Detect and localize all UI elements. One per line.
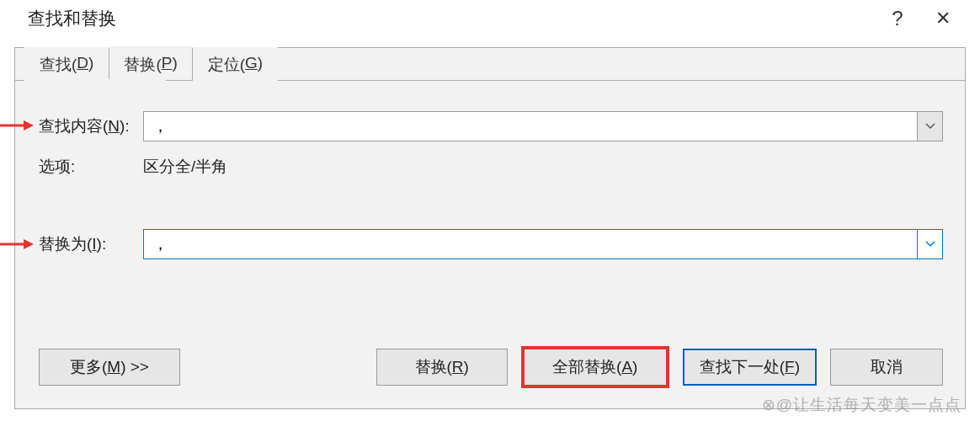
active-tab-mask (95, 79, 166, 82)
replace-label: 替换为(I): (39, 233, 143, 255)
title-bar: 查找和替换 ? ✕ (14, 0, 966, 37)
tabs: 查找(D) 替换(P) 定位(G) (24, 47, 278, 81)
find-replace-dialog: 查找和替换 ? ✕ 查找(D) 替换(P) 定位(G) 查找内容(N): (14, 0, 966, 411)
dialog-title: 查找和替换 (28, 7, 875, 30)
replace-dropdown-button[interactable] (917, 230, 942, 258)
tab-goto[interactable]: 定位(G) (193, 47, 278, 81)
options-label: 选项: (39, 156, 143, 178)
annotation-arrow-find (0, 120, 34, 131)
tab-replace[interactable]: 替换(P) (109, 47, 192, 81)
replace-row: 替换为(I): (39, 229, 943, 259)
button-bar: 更多(M) >> 替换(R) 全部替换(A) 查找下一处(F) 取消 (39, 346, 943, 388)
find-label: 查找内容(N): (39, 115, 143, 137)
form-area: 查找内容(N): 选项: 区分全/半角 替换为(I): (39, 111, 943, 269)
chevron-down-icon (925, 123, 935, 130)
tab-find[interactable]: 查找(D) (24, 47, 109, 81)
more-button[interactable]: 更多(M) >> (39, 349, 180, 386)
svg-marker-1 (24, 120, 34, 131)
options-row: 选项: 区分全/半角 (39, 152, 943, 182)
close-button[interactable]: ✕ (920, 0, 966, 37)
svg-marker-3 (24, 239, 34, 249)
help-button[interactable]: ? (875, 0, 920, 37)
find-row: 查找内容(N): (39, 111, 943, 141)
replace-all-button[interactable]: 全部替换(A) (521, 346, 669, 388)
replace-input[interactable] (144, 230, 917, 258)
replace-input-combo[interactable] (143, 229, 943, 259)
spacer (39, 192, 943, 229)
options-value: 区分全/半角 (143, 156, 227, 178)
replace-button[interactable]: 替换(R) (376, 349, 508, 386)
dialog-panel: 查找(D) 替换(P) 定位(G) 查找内容(N): (14, 47, 966, 409)
find-input-combo[interactable] (143, 111, 943, 141)
find-next-button[interactable]: 查找下一处(F) (683, 349, 817, 386)
find-dropdown-button[interactable] (917, 112, 942, 141)
chevron-down-icon (925, 241, 935, 248)
annotation-arrow-replace (0, 238, 34, 250)
cancel-button[interactable]: 取消 (830, 349, 943, 386)
find-input[interactable] (144, 112, 917, 141)
